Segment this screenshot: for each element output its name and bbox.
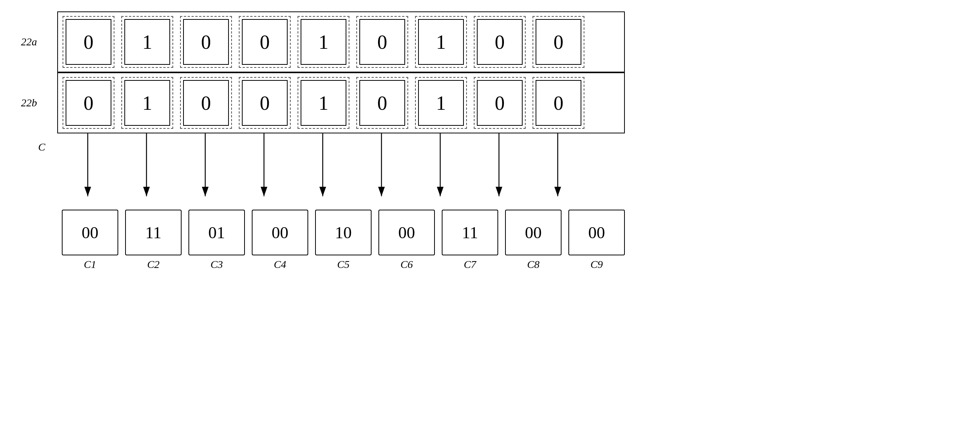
cell-b-6: 0: [356, 77, 408, 129]
output-label-1: C1: [84, 258, 97, 271]
cell-b-3: 0: [180, 77, 232, 129]
cell-a-7: 1: [415, 16, 467, 68]
output-label-2: C2: [147, 258, 160, 271]
cell-a-3: 0: [180, 16, 232, 68]
cell-a-1: 0: [63, 16, 114, 68]
output-cell-wrapper-8: 00 C8: [505, 210, 562, 271]
output-label-6: C6: [401, 258, 413, 271]
cell-a-5: 1: [298, 16, 349, 68]
cell-b-8: 0: [474, 77, 526, 129]
output-row: 00 C1 11 C2 01 C3 00 C4 10 C5 00 C6: [57, 210, 625, 271]
cell-a-6: 0: [356, 16, 408, 68]
output-cell-1: 00: [62, 210, 118, 255]
output-cell-wrapper-6: 00 C6: [378, 210, 435, 271]
cell-a-8: 0: [474, 16, 526, 68]
output-cell-8: 00: [505, 210, 562, 255]
cell-a-4: 0: [239, 16, 291, 68]
output-cell-6: 00: [378, 210, 435, 255]
output-cell-2: 11: [125, 210, 182, 255]
arrows-svg: [57, 133, 591, 210]
output-cell-wrapper-5: 10 C5: [315, 210, 372, 271]
register-row-a: 0 1 0 0 1 0 1 0 0: [57, 11, 625, 72]
cell-b-1: 0: [63, 77, 114, 129]
cell-a-2: 1: [121, 16, 173, 68]
cell-b-7: 1: [415, 77, 467, 129]
output-label-4: C4: [274, 258, 286, 271]
output-cell-wrapper-7: 11 C7: [442, 210, 498, 271]
cell-b-9: 0: [533, 77, 584, 129]
output-cell-wrapper-3: 01 C3: [188, 210, 245, 271]
output-cell-5: 10: [315, 210, 372, 255]
output-cell-3: 01: [188, 210, 245, 255]
output-cell-4: 00: [252, 210, 308, 255]
cell-a-9: 0: [533, 16, 584, 68]
output-cell-wrapper-4: 00 C4: [252, 210, 308, 271]
output-label-8: C8: [527, 258, 540, 271]
output-cell-7: 11: [442, 210, 498, 255]
output-cell-wrapper-2: 11 C2: [125, 210, 182, 271]
cell-b-5: 1: [298, 77, 349, 129]
cell-b-4: 0: [239, 77, 291, 129]
output-label-9: C9: [591, 258, 603, 271]
output-label-7: C7: [464, 258, 476, 271]
output-label-3: C3: [211, 258, 223, 271]
register-row-b: 0 1 0 0 1 0 1 0 0: [57, 72, 625, 133]
output-cell-9: 00: [568, 210, 625, 255]
output-label-5: C5: [337, 258, 350, 271]
output-cell-wrapper-9: 00 C9: [568, 210, 625, 271]
output-cell-wrapper-1: 00 C1: [62, 210, 118, 271]
cell-b-2: 1: [121, 77, 173, 129]
label-c: C: [38, 141, 45, 153]
label-22b: 22b: [21, 97, 37, 109]
label-22a: 22a: [21, 36, 37, 48]
